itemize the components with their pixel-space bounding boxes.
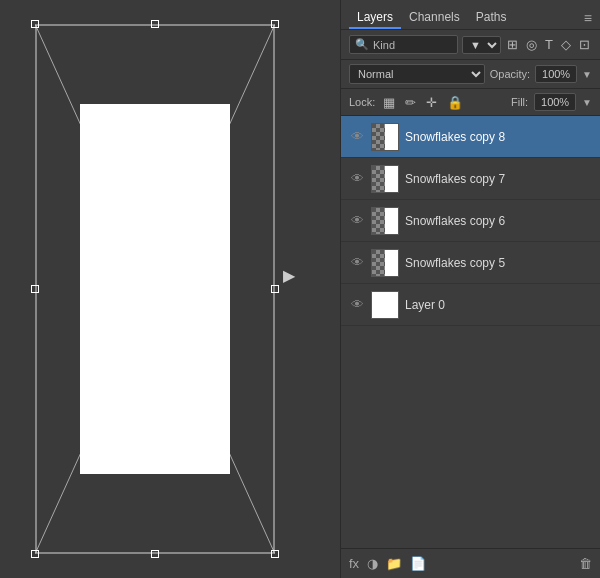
lock-move-icon[interactable]: ✛ <box>424 95 439 110</box>
layer-thumbnail <box>371 123 399 151</box>
lock-paint-icon[interactable]: ✏ <box>403 95 418 110</box>
layer-item[interactable]: 👁 Snowflakes copy 8 <box>341 116 600 158</box>
layer-thumbnail <box>371 291 399 319</box>
tab-layers[interactable]: Layers <box>349 7 401 29</box>
blend-row: Normal Opacity: ▼ <box>341 60 600 89</box>
handle-mr[interactable] <box>271 285 279 293</box>
tab-paths[interactable]: Paths <box>468 7 515 29</box>
handle-bm[interactable] <box>151 550 159 558</box>
filter-icon-adjust[interactable]: ◎ <box>524 37 539 52</box>
layer-name: Snowflakes copy 8 <box>405 130 592 144</box>
layer-item[interactable]: 👁 Layer 0 <box>341 284 600 326</box>
layers-panel: Layers Channels Paths ≡ 🔍 Kind ▼ ⊞ ◎ T ◇… <box>340 0 600 578</box>
panel-bottom: fx ◑ 📁 📄 🗑 <box>341 548 600 578</box>
filter-icon-type[interactable]: T <box>543 37 555 52</box>
visibility-icon[interactable]: 👁 <box>349 171 365 186</box>
handle-tm[interactable] <box>151 20 159 28</box>
kind-label: Kind <box>373 39 395 51</box>
layer-thumbnail <box>371 165 399 193</box>
search-box[interactable]: 🔍 Kind <box>349 35 458 54</box>
filter-icon-shape[interactable]: ◇ <box>559 37 573 52</box>
layer-item[interactable]: 👁 Snowflakes copy 5 <box>341 242 600 284</box>
handle-bl[interactable] <box>31 550 39 558</box>
canvas-wrapper <box>35 24 275 554</box>
panel-tabs: Layers Channels Paths ≡ <box>341 0 600 30</box>
cursor-arrow: ▶ <box>283 266 295 285</box>
opacity-input[interactable] <box>535 65 577 83</box>
layer-thumbnail <box>371 207 399 235</box>
handle-tr[interactable] <box>271 20 279 28</box>
tab-channels[interactable]: Channels <box>401 7 468 29</box>
fill-input[interactable] <box>534 93 576 111</box>
visibility-icon[interactable]: 👁 <box>349 129 365 144</box>
canvas-svg <box>35 24 275 554</box>
handle-br[interactable] <box>271 550 279 558</box>
filter-icon-image[interactable]: ⊞ <box>505 37 520 52</box>
handle-ml[interactable] <box>31 285 39 293</box>
lock-all-icon[interactable]: 🔒 <box>445 95 465 110</box>
visibility-icon[interactable]: 👁 <box>349 297 365 312</box>
new-group-icon[interactable]: 📁 <box>386 556 402 571</box>
opacity-label: Opacity: <box>490 68 530 80</box>
layer-name: Snowflakes copy 6 <box>405 214 592 228</box>
layer-item[interactable]: 👁 Snowflakes copy 6 <box>341 200 600 242</box>
lock-checkerboard-icon[interactable]: ▦ <box>381 95 397 110</box>
delete-layer-icon[interactable]: 🗑 <box>579 556 592 571</box>
layer-name: Snowflakes copy 5 <box>405 256 592 270</box>
fx-button[interactable]: fx <box>349 556 359 571</box>
visibility-icon[interactable]: 👁 <box>349 255 365 270</box>
layer-name: Layer 0 <box>405 298 592 312</box>
kind-dropdown[interactable]: ▼ <box>462 36 501 54</box>
fill-label: Fill: <box>511 96 528 108</box>
new-adjustment-icon[interactable]: ◑ <box>367 556 378 571</box>
layer-item[interactable]: 👁 Snowflakes copy 7 <box>341 158 600 200</box>
blend-mode-dropdown[interactable]: Normal <box>349 64 485 84</box>
lock-label: Lock: <box>349 96 375 108</box>
new-layer-icon[interactable]: 📄 <box>410 556 426 571</box>
visibility-icon[interactable]: 👁 <box>349 213 365 228</box>
panel-menu-icon[interactable]: ≡ <box>584 10 592 26</box>
layer-name: Snowflakes copy 7 <box>405 172 592 186</box>
handle-tl[interactable] <box>31 20 39 28</box>
lock-row: Lock: ▦ ✏ ✛ 🔒 Fill: ▼ <box>341 89 600 116</box>
layer-thumbnail <box>371 249 399 277</box>
layer-list: 👁 Snowflakes copy 8 👁 Snowflakes copy 7 … <box>341 116 600 548</box>
canvas-area: ▶ <box>0 0 310 578</box>
filter-icon-smart[interactable]: ⊡ <box>577 37 592 52</box>
search-icon: 🔍 <box>355 38 369 51</box>
opacity-dropdown-icon[interactable]: ▼ <box>582 69 592 80</box>
search-row: 🔍 Kind ▼ ⊞ ◎ T ◇ ⊡ <box>341 30 600 60</box>
fill-dropdown-icon[interactable]: ▼ <box>582 97 592 108</box>
